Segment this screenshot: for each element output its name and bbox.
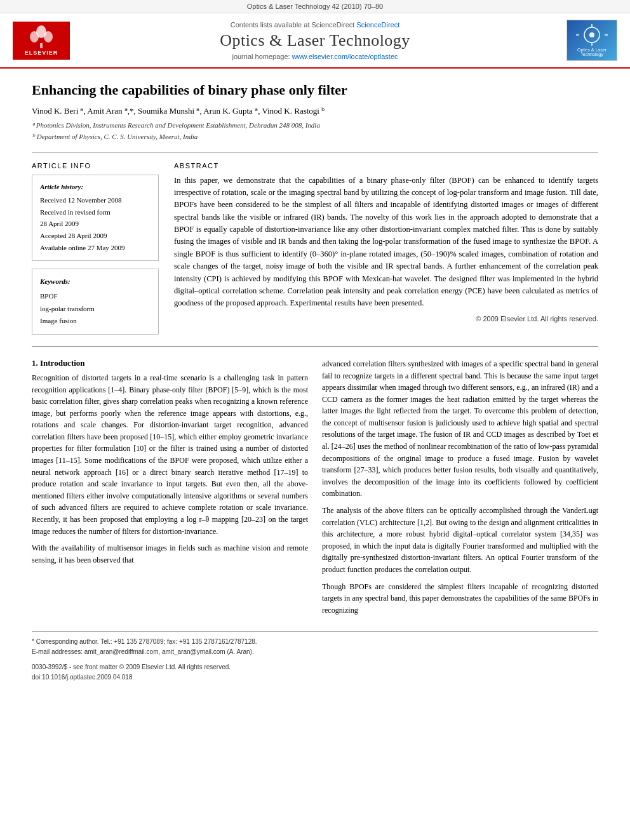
abstract-column: ABSTRACT In this paper, we demonstrate t… [174, 162, 598, 335]
svg-rect-3 [40, 43, 43, 48]
article-info-column: ARTICLE INFO Article history: Received 1… [32, 162, 159, 335]
keywords-box: Keywords: BPOF log-polar transform Image… [32, 269, 159, 335]
elsevier-tree-icon [25, 25, 57, 50]
article-info-label: ARTICLE INFO [32, 162, 159, 170]
keyword-3: Image fusion [40, 315, 151, 327]
journal-header: ELSEVIER Contents lists available at Sci… [0, 13, 630, 69]
section1-number: 1. [32, 358, 38, 368]
section1-title: Introduction [40, 358, 85, 368]
elsevier-logo: ELSEVIER [13, 22, 70, 60]
svg-point-9 [589, 32, 594, 37]
affiliations: ᵃ Photonics Division, Instruments Resear… [32, 120, 598, 142]
received-date: Received 12 November 2008 [40, 195, 151, 206]
right-para-2: The analysis of the above filters can be… [322, 505, 598, 576]
journal-logo-container: Optics & Laser Technology [554, 20, 617, 61]
journal-header-center: Contents lists available at ScienceDirec… [76, 21, 554, 60]
right-para-3: Though BPOFs are considered the simplest… [322, 581, 598, 617]
keyword-2: log-polar transform [40, 303, 151, 315]
article-body: ARTICLE INFO Article history: Received 1… [32, 162, 598, 335]
body-text-left: Recognition of distorted targets in a re… [32, 372, 308, 566]
article-history-box: Article history: Received 12 November 20… [32, 175, 159, 262]
corresponding-note: * Corresponding author. Tel.: +91 135 27… [32, 637, 598, 647]
top-bar: Optics & Laser Technology 42 (2010) 70–8… [0, 0, 630, 13]
copyright-line: © 2009 Elsevier Ltd. All rights reserved… [174, 315, 598, 323]
keyword-1: BPOF [40, 290, 151, 302]
abstract-text: In this paper, we demonstrate that the c… [174, 175, 598, 310]
journal-logo-text: Optics & Laser Technology [570, 48, 614, 57]
accepted-date: Accepted 28 April 2009 [40, 230, 151, 242]
elsevier-wordmark: ELSEVIER [25, 50, 58, 56]
journal-homepage-url[interactable]: www.elsevier.com/locate/optlastec [292, 53, 398, 60]
authors-line: Vinod K. Beri ᵃ, Amit Aran ᵃ,*, Soumika … [32, 106, 598, 116]
email-addresses: amit_aran@rediffmail.com, amit_aran@ymai… [84, 648, 254, 655]
affiliation-b: ᵇ Department of Physics, C. C. S. Univer… [32, 131, 598, 142]
elsevier-copyright: 0030-3992/$ - see front matter © 2009 El… [32, 662, 598, 672]
abstract-label: ABSTRACT [174, 162, 598, 170]
intro-para-1: Recognition of distorted targets in a re… [32, 372, 308, 537]
email-line: E-mail addresses: amit_aran@rediffmail.c… [32, 647, 598, 657]
homepage-link: journal homepage: www.elsevier.com/locat… [76, 53, 554, 60]
keywords-title: Keywords: [40, 276, 151, 288]
journal-title: Optics & Laser Technology [76, 31, 554, 50]
body-text-right: advanced correlation filters synthesized… [322, 358, 598, 616]
article-container: Enhancing the capabilities of binary pha… [0, 69, 630, 702]
laser-tech-icon [576, 24, 608, 46]
intro-para-2: With the availability of multisensor ima… [32, 542, 308, 566]
copyright-bottom-line: 0030-3992/$ - see front matter © 2009 El… [32, 662, 598, 683]
history-title: Article history: [40, 182, 151, 193]
journal-citation: Optics & Laser Technology 42 (2010) 70–8… [247, 3, 383, 10]
main-col-left: 1. Introduction Recognition of distorted… [32, 358, 308, 621]
received-revised-label: Received in revised form [40, 207, 151, 218]
sciencedirect-link: Contents lists available at ScienceDirec… [76, 21, 554, 29]
affiliation-a: ᵃ Photonics Division, Instruments Resear… [32, 120, 598, 131]
journal-logo-box: Optics & Laser Technology [566, 20, 617, 61]
doi-line: doi:10.1016/j.optlastec.2009.04.018 [32, 672, 598, 683]
main-body: 1. Introduction Recognition of distorted… [32, 358, 598, 621]
authors-text: Vinod K. Beri ᵃ, Amit Aran ᵃ,*, Soumika … [32, 106, 325, 116]
revised-date: 28 April 2009 [40, 218, 151, 230]
available-date: Available online 27 May 2009 [40, 243, 151, 254]
section1-heading: 1. Introduction [32, 358, 308, 368]
header-divider [32, 152, 598, 153]
svg-point-1 [30, 31, 39, 43]
svg-point-2 [44, 31, 53, 43]
section-divider [32, 346, 598, 347]
email-label: E-mail addresses: [32, 648, 83, 655]
sciencedirect-anchor[interactable]: ScienceDirect [356, 21, 399, 29]
right-para-1: advanced correlation filters synthesized… [322, 358, 598, 500]
article-title: Enhancing the capabilities of binary pha… [32, 81, 598, 100]
footer-area: * Corresponding author. Tel.: +91 135 27… [32, 631, 598, 683]
main-col-right: advanced correlation filters synthesized… [322, 358, 598, 621]
elsevier-logo-container: ELSEVIER [13, 22, 76, 60]
abstract-paragraph: In this paper, we demonstrate that the c… [174, 175, 598, 310]
